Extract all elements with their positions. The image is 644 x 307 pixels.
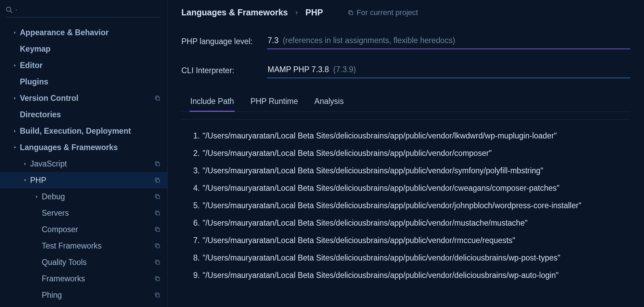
tab-php-runtime[interactable]: PHP Runtime — [250, 92, 299, 111]
tab-analysis[interactable]: Analysis — [314, 92, 345, 111]
svg-rect-9 — [156, 261, 159, 264]
include-path-index: 1. — [188, 131, 200, 141]
include-path-item[interactable]: 5."/Users/mauryaratan/Local Beta Sites/d… — [188, 197, 630, 214]
sidebar-item-appearance[interactable]: Appearance & Behavior — [0, 24, 167, 41]
sidebar-item-phing[interactable]: Phing — [0, 287, 167, 303]
include-path-item[interactable]: 9."/Users/mauryaratan/Local Beta Sites/d… — [188, 267, 630, 284]
svg-point-0 — [7, 7, 11, 12]
main-panel: Languages & Frameworks › PHP For current… — [168, 0, 644, 307]
sidebar-item-languages[interactable]: Languages & Frameworks — [0, 139, 167, 156]
svg-rect-12 — [350, 12, 353, 15]
include-path-index: 6. — [188, 218, 200, 228]
sidebar-item-composer[interactable]: Composer — [0, 221, 167, 238]
breadcrumb-separator: › — [295, 8, 298, 17]
sidebar-item-directories[interactable]: Directories — [0, 106, 167, 123]
sidebar-label: Languages & Frameworks — [20, 143, 160, 152]
sidebar-label: Frameworks — [42, 274, 154, 283]
chevron-right-icon — [10, 96, 20, 101]
sidebar-label: JavaScript — [30, 159, 154, 169]
copy-icon — [154, 95, 160, 101]
sidebar-label: Servers — [42, 209, 154, 218]
sidebar-item-frameworks[interactable]: Frameworks — [0, 270, 167, 287]
include-path-item[interactable]: 2."/Users/mauryaratan/Local Beta Sites/d… — [188, 145, 630, 162]
chevron-right-icon — [31, 195, 42, 199]
language-level-hint: (references in list assignments, flexibl… — [283, 36, 455, 45]
include-path-item[interactable]: 8."/Users/mauryaratan/Local Beta Sites/d… — [188, 249, 630, 267]
copy-icon — [348, 10, 354, 16]
include-path-list: 1."/Users/mauryaratan/Local Beta Sites/d… — [181, 119, 630, 307]
chevron-right-icon — [20, 162, 30, 166]
include-path-value: "/Users/mauryaratan/Local Beta Sites/del… — [203, 218, 528, 228]
sidebar-label: Appearance & Behavior — [20, 28, 160, 37]
svg-rect-11 — [156, 294, 159, 297]
sidebar-label: PHP — [30, 176, 154, 185]
svg-rect-7 — [156, 228, 159, 231]
include-path-item[interactable]: 4."/Users/mauryaratan/Local Beta Sites/d… — [188, 179, 630, 197]
chevron-down-icon — [20, 178, 30, 183]
svg-rect-3 — [156, 163, 159, 166]
copy-icon — [154, 292, 160, 298]
sidebar-item-version-control[interactable]: Version Control — [0, 90, 167, 106]
cli-interpreter-select[interactable]: MAMP PHP 7.3.8 (7.3.9) — [267, 63, 630, 78]
sidebar-label: Debug — [42, 192, 154, 201]
include-path-item[interactable]: 6."/Users/mauryaratan/Local Beta Sites/d… — [188, 214, 630, 232]
sidebar-item-plugins[interactable]: Plugins — [0, 74, 167, 90]
sidebar-item-keymap[interactable]: Keymap — [0, 41, 167, 57]
sidebar-item-debug[interactable]: Debug — [0, 188, 167, 205]
search-dropdown-icon[interactable] — [14, 8, 18, 12]
cli-interpreter-label: CLI Interpreter: — [181, 66, 267, 75]
include-path-index: 9. — [188, 271, 200, 280]
settings-sidebar: Appearance & Behavior Keymap Editor Plug… — [0, 0, 168, 307]
sidebar-item-php[interactable]: PHP — [0, 172, 167, 188]
sidebar-label: Quality Tools — [42, 258, 154, 267]
include-path-item[interactable]: 3."/Users/mauryaratan/Local Beta Sites/d… — [188, 162, 630, 179]
cli-interpreter-hint: (7.3.9) — [333, 65, 356, 74]
tab-include-path[interactable]: Include Path — [190, 92, 235, 112]
language-level-row: PHP language level: 7.3 (references in l… — [181, 34, 630, 49]
copy-icon — [154, 193, 160, 200]
include-path-value: "/Users/mauryaratan/Local Beta Sites/del… — [203, 236, 515, 245]
copy-icon — [154, 259, 160, 265]
include-path-value: "/Users/mauryaratan/Local Beta Sites/del… — [203, 253, 560, 263]
svg-rect-4 — [156, 179, 159, 182]
svg-rect-8 — [156, 245, 159, 248]
chevron-down-icon — [10, 145, 20, 150]
search-row — [0, 0, 167, 22]
project-scope-text: For current project — [357, 8, 418, 17]
sidebar-label: Phing — [42, 291, 154, 300]
sidebar-label: Build, Execution, Deployment — [20, 126, 160, 136]
breadcrumb-parent[interactable]: Languages & Frameworks — [181, 8, 288, 17]
sidebar-label: Directories — [20, 110, 160, 119]
include-path-index: 2. — [188, 149, 200, 158]
sidebar-label: Test Frameworks — [42, 241, 154, 251]
cli-interpreter-value: MAMP PHP 7.3.8 — [268, 65, 329, 74]
copy-icon — [154, 210, 160, 216]
include-path-item[interactable]: 7."/Users/mauryaratan/Local Beta Sites/d… — [188, 232, 630, 249]
chevron-right-icon — [10, 63, 20, 68]
search-icon — [5, 6, 13, 14]
svg-rect-2 — [156, 97, 159, 100]
svg-rect-6 — [156, 212, 159, 215]
svg-rect-10 — [156, 278, 159, 281]
copy-icon — [154, 226, 160, 232]
language-level-select[interactable]: 7.3 (references in list assignments, fle… — [267, 34, 630, 49]
sidebar-item-quality-tools[interactable]: Quality Tools — [0, 254, 167, 270]
breadcrumb: Languages & Frameworks › PHP For current… — [181, 8, 630, 17]
sidebar-item-editor[interactable]: Editor — [0, 57, 167, 74]
copy-icon — [154, 161, 160, 167]
sidebar-label: Editor — [20, 61, 160, 70]
include-path-value: "/Users/mauryaratan/Local Beta Sites/del… — [203, 271, 558, 280]
search-input[interactable] — [5, 6, 160, 17]
sidebar-item-build[interactable]: Build, Execution, Deployment — [0, 123, 167, 139]
include-path-item[interactable]: 1."/Users/mauryaratan/Local Beta Sites/d… — [188, 127, 630, 145]
include-path-index: 4. — [188, 184, 200, 193]
tabs: Include Path PHP Runtime Analysis — [181, 92, 630, 112]
breadcrumb-current: PHP — [306, 8, 323, 17]
sidebar-label: Composer — [42, 225, 154, 234]
sidebar-item-test-frameworks[interactable]: Test Frameworks — [0, 238, 167, 254]
project-scope-badge: For current project — [348, 8, 418, 17]
svg-line-1 — [10, 11, 12, 13]
cli-interpreter-row: CLI Interpreter: MAMP PHP 7.3.8 (7.3.9) — [181, 63, 630, 78]
sidebar-item-javascript[interactable]: JavaScript — [0, 156, 167, 172]
sidebar-item-servers[interactable]: Servers — [0, 205, 167, 221]
